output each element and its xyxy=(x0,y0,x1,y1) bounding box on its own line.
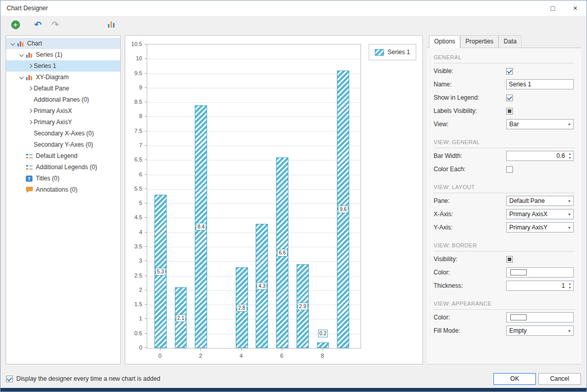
tab-properties[interactable]: Properties xyxy=(460,35,499,48)
tree-item-series-1[interactable]: Series 1 xyxy=(6,60,120,72)
view-border-thickness-spinner[interactable]: 1▲▼ xyxy=(506,281,574,291)
view-layout-pane-dropdown[interactable]: Default Pane▼ xyxy=(506,196,574,206)
tree-item-chart[interactable]: Chart xyxy=(6,38,120,49)
gridline xyxy=(147,88,360,88)
tree-item-primary-axisy[interactable]: Primary AxisY xyxy=(6,117,120,128)
tree-item-secondary-y-axes-0[interactable]: Secondary Y-Axes (0) xyxy=(6,139,120,150)
tree-item-annotations-0[interactable]: Annotations (0) xyxy=(6,184,120,195)
property-label: Fill Mode: xyxy=(434,327,506,334)
tree-item-label: Additional Panes (0) xyxy=(34,96,89,103)
spin-down-icon[interactable]: ▼ xyxy=(567,286,573,290)
tree-item-titles-0[interactable]: TTitles (0) xyxy=(6,173,120,184)
tab-options[interactable]: Options xyxy=(429,35,460,48)
section-view-border: VIEW: BORDER xyxy=(434,242,575,251)
spin-up-icon[interactable]: ▲ xyxy=(567,282,573,286)
tab-data[interactable]: Data xyxy=(499,35,522,48)
bar[interactable] xyxy=(317,342,329,348)
annotation-icon xyxy=(26,187,34,193)
property-label: Pane: xyxy=(434,197,506,204)
general-name-input[interactable] xyxy=(506,79,574,89)
view-appearance-color-colorpicker[interactable] xyxy=(506,312,574,322)
property-label: Color Each: xyxy=(434,166,506,173)
y-tick xyxy=(145,174,147,175)
property-label: Y-Axis: xyxy=(434,224,506,231)
y-tick xyxy=(145,232,147,233)
tree-item-xy-diagram[interactable]: XY-Diagram xyxy=(6,72,120,83)
view-appearance-fill-mode-dropdown[interactable]: Empty▼ xyxy=(506,326,574,336)
panel-sections: GENERALVisible:Name:Show in Legend:Label… xyxy=(427,48,581,364)
general-show-in-legend-checkbox[interactable] xyxy=(506,95,513,101)
property-label: X-Axis: xyxy=(434,211,506,218)
tree-item-additional-panes-0[interactable]: Additional Panes (0) xyxy=(6,94,120,105)
property-label: Color: xyxy=(434,269,506,276)
tree-item-additional-legends-0[interactable]: Additional Legends (0) xyxy=(6,162,120,173)
expander-expanded-icon[interactable] xyxy=(18,74,25,81)
bar-value-label: 0.2 xyxy=(318,330,328,337)
x-axis-label: 0 xyxy=(159,353,162,359)
tree-item-label: Primary AxisX xyxy=(34,107,72,114)
property-row: Color: xyxy=(427,266,581,279)
view-border-color-colorpicker[interactable] xyxy=(506,267,574,278)
expander-collapsed-icon[interactable] xyxy=(27,119,34,126)
property-row: Bar Width:0.6▲▼ xyxy=(427,149,581,163)
tree-item-label: Secondary X-Axes (0) xyxy=(34,130,94,137)
undo-button[interactable]: ↶ xyxy=(31,18,44,31)
expander-spacer xyxy=(18,164,25,171)
chart-type-icon[interactable] xyxy=(105,18,118,31)
gridline xyxy=(147,247,360,247)
spin-down-icon[interactable]: ▼ xyxy=(567,156,573,160)
view-layout-x-axis-dropdown[interactable]: Primary AxisX▼ xyxy=(506,209,574,219)
tree-item-primary-axisx[interactable]: Primary AxisX xyxy=(6,105,120,117)
bar-value-label: 6.6 xyxy=(277,249,287,257)
y-axis-label: 0.5 xyxy=(134,330,142,336)
view-general-color-each-checkbox[interactable] xyxy=(506,166,513,173)
gridline xyxy=(147,59,360,59)
titlebar: Chart Designer □ × xyxy=(1,1,586,16)
tree-item-secondary-x-axes-0[interactable]: Secondary X-Axes (0) xyxy=(6,128,120,139)
expander-expanded-icon[interactable] xyxy=(9,40,16,47)
property-label: Labels Visibility: xyxy=(434,107,506,114)
y-axis-label: 10.5 xyxy=(131,41,142,47)
general-labels-visibility-checkbox[interactable] xyxy=(506,108,513,114)
view-border-visibility-checkbox[interactable] xyxy=(506,256,513,263)
view-general-bar-width-spinner[interactable]: 0.6▲▼ xyxy=(506,151,574,161)
chart-legend: Series 1 xyxy=(369,44,416,60)
display-designer-checkbox[interactable] xyxy=(6,376,13,382)
redo-button[interactable]: ↷ xyxy=(49,18,62,31)
section-view-general: VIEW: GENERAL xyxy=(434,139,575,148)
expander-spacer xyxy=(18,186,25,193)
cancel-button[interactable]: Cancel xyxy=(538,373,581,385)
maximize-button[interactable]: □ xyxy=(541,1,564,16)
general-view-dropdown[interactable]: Bar▼ xyxy=(506,119,574,129)
expander-collapsed-icon[interactable] xyxy=(27,107,34,114)
spin-up-icon[interactable]: ▲ xyxy=(567,152,573,156)
tree-item-label: Secondary Y-Axes (0) xyxy=(34,141,93,148)
x-axis-label: 2 xyxy=(199,353,202,359)
expander-collapsed-icon[interactable] xyxy=(27,85,34,92)
tree-item-default-pane[interactable]: Default Pane xyxy=(6,83,120,94)
y-tick xyxy=(145,217,147,218)
expander-collapsed-icon[interactable] xyxy=(27,62,34,70)
tree-item-default-legend[interactable]: Default Legend xyxy=(6,150,120,162)
add-button[interactable]: + xyxy=(9,18,22,31)
ok-button[interactable]: OK xyxy=(493,373,536,385)
legend-swatch xyxy=(375,49,384,56)
general-visible-checkbox[interactable] xyxy=(506,68,513,75)
tree-item-series-1[interactable]: Series (1) xyxy=(6,49,120,60)
close-button[interactable]: × xyxy=(564,1,586,16)
property-label: Show in Legend: xyxy=(434,94,506,101)
chart-icon xyxy=(17,40,26,47)
view-layout-y-axis-dropdown[interactable]: Primary AxisY▼ xyxy=(506,222,574,233)
window-bottom-edge xyxy=(1,388,586,391)
gridline xyxy=(147,117,360,117)
title-icon: T xyxy=(26,175,34,182)
expander-spacer xyxy=(27,141,34,148)
y-axis-label: 8.5 xyxy=(134,99,142,105)
tree-item-label: Series (1) xyxy=(36,51,62,58)
property-row: Name: xyxy=(427,78,581,91)
gridline xyxy=(147,218,360,218)
x-tick xyxy=(160,349,161,351)
chart-preview: 5.32.18.42.84.36.62.90.29.6 00.511.522.5… xyxy=(125,35,423,364)
expander-expanded-icon[interactable] xyxy=(18,51,25,58)
y-tick xyxy=(145,348,147,348)
